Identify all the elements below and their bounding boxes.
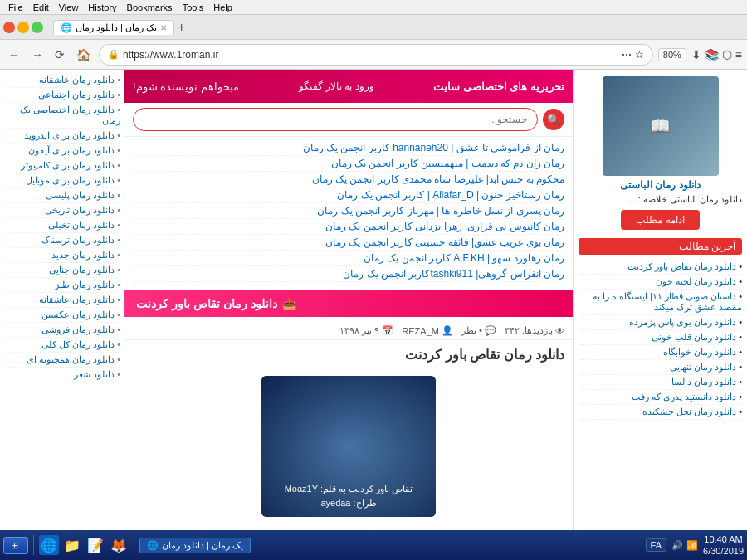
sidebar-book-desc: دانلود رمان الباستی خلاصه : ...: [579, 194, 742, 205]
content-link[interactable]: رمان رستاخیز جنون | Allafar_D | کاربر ان…: [133, 187, 564, 203]
site-header-right-text[interactable]: میخواهم نویسنده شوم!: [133, 80, 239, 93]
window-controls: [3, 22, 43, 33]
nav-extra: ⬇ 📚 ⬡ ≡: [691, 48, 742, 61]
content-link[interactable]: محکوم به حبس ابد| علیرضا شاه محمدی کاربر…: [133, 172, 564, 187]
sidebar-post-item[interactable]: دانلود رمان تنهایی: [579, 360, 742, 375]
close-tab-button[interactable]: ✕: [160, 23, 167, 32]
content-link[interactable]: رمان پسری از نسل خاطره ها | مهرباز کاربر…: [133, 203, 564, 219]
sidebar-post-item[interactable]: دانلود رمان تقاص باور کردنت: [579, 260, 742, 275]
content-link[interactable]: رمان انفراس گروهی| tashki911کاربر انجمن …: [133, 266, 564, 282]
taskbar-ie-icon[interactable]: 🌐: [39, 535, 59, 555]
taskbar-explorer-icon[interactable]: 📁: [62, 535, 82, 555]
menu-tools[interactable]: Tools: [178, 2, 209, 12]
close-window-button[interactable]: [3, 22, 15, 33]
menu-file[interactable]: File: [3, 2, 28, 12]
sidebar-post-item[interactable]: دانلود رمان لخته خون: [579, 275, 742, 290]
site-header-left-text[interactable]: تحریریه های اختصاصی سایت: [433, 80, 564, 93]
taskbar-separator: [33, 535, 34, 555]
home-button[interactable]: 🏠: [73, 46, 94, 63]
right-sidebar-item[interactable]: دانلود رمان عکسین: [3, 308, 120, 323]
menu-help[interactable]: Help: [208, 2, 237, 12]
right-sidebar-item[interactable]: دانلود رمان اجتماعی: [3, 88, 120, 103]
library-icon[interactable]: 📚: [705, 48, 719, 61]
sidebar-book-title[interactable]: دانلود رمان الباستی: [579, 179, 742, 191]
taskbar-word-icon[interactable]: 📝: [85, 535, 105, 555]
author-text: REZA_M: [402, 326, 439, 336]
sidebar-post-item[interactable]: دانلود رمان خوابگاه: [579, 345, 742, 360]
lang-button[interactable]: FA: [646, 538, 666, 552]
clock: 10:40 AM 6/30/2019: [703, 533, 744, 558]
menu-bookmarks[interactable]: Bookmarks: [122, 2, 178, 12]
right-sidebar-item[interactable]: دانلود رمان برای اندروید: [3, 129, 120, 144]
post-meta: 👁 بازدیدها: ۳۴۲ 💬 • نظر 👤 REZA_M 📅 ۹ تیر…: [124, 322, 573, 340]
right-sidebar-item[interactable]: دانلود شعر: [3, 368, 120, 382]
sidebar-post-item[interactable]: دانلود دانستید پدری که رفت: [579, 390, 742, 405]
download-icon[interactable]: ⬇: [691, 48, 701, 61]
reload-button[interactable]: ⟳: [51, 46, 68, 63]
sidebar-post-item[interactable]: دانلود رمان قلب خونی: [579, 330, 742, 345]
speaker-icon: 🔊: [671, 540, 683, 551]
right-sidebar-item[interactable]: دانلود رمان تاریخی: [3, 203, 120, 218]
right-sidebar-list: دانلود رمان عاشقانهدانلود رمان اجتماعیدا…: [3, 73, 120, 382]
right-sidebar-item[interactable]: دانلود رمان برای موبایل: [3, 173, 120, 188]
sidebar-post-item[interactable]: داستان صوتی قطار ۱۱| ایستگاه ه را به مقص…: [579, 290, 742, 315]
sys-tray: 🔊 📶: [671, 540, 698, 551]
right-sidebar-item[interactable]: دانلود رمان پلیسی: [3, 188, 120, 203]
date-text: ۹ تیر ۱۳۹۸: [339, 325, 379, 336]
menu-edit[interactable]: Edit: [28, 2, 54, 12]
main-content: تحریریه های اختصاصی سایت ورود به تالار گ…: [124, 70, 573, 543]
meta-author: 👤 REZA_M: [402, 325, 453, 336]
right-sidebar-item[interactable]: دانلود رمان عاشقانه: [3, 293, 120, 308]
taskbar-firefox-icon[interactable]: 🦊: [109, 535, 129, 555]
minimize-window-button[interactable]: [17, 22, 29, 33]
maximize-window-button[interactable]: [32, 22, 43, 33]
content-link[interactable]: رمان بوی غریب عشق| فائقه حسینی کاربر انج…: [133, 235, 564, 251]
book-cover-text1: تقاص باور کردنت به قلم: Moaz1Y: [285, 484, 413, 494]
new-tab-button[interactable]: +: [178, 20, 185, 35]
right-sidebar-item[interactable]: دانلود رمان ترسناک: [3, 233, 120, 248]
right-sidebar-item[interactable]: دانلود رمان کل کلی: [3, 338, 120, 353]
forward-button[interactable]: →: [28, 46, 46, 63]
settings-icon[interactable]: ≡: [735, 48, 742, 61]
back-button[interactable]: ←: [5, 46, 23, 63]
right-sidebar-item[interactable]: دانلود رمان طنز: [3, 278, 120, 293]
post-title: دانلود رمان تقاص باور کردنت: [124, 340, 573, 369]
content-link[interactable]: رمان از فراموشی تا عشق | hannaneh20 کارب…: [133, 140, 564, 156]
sidebar-book: 📖 دانلود رمان الباستی دانلود رمان الباست…: [579, 76, 742, 230]
site-header-center-text[interactable]: ورود به تالار گفتگو: [299, 80, 374, 92]
menu-view[interactable]: View: [54, 2, 84, 12]
content-link[interactable]: رمان کانیوس بی قراری| زهرا یزدانی کاربر …: [133, 219, 564, 235]
menu-history[interactable]: History: [83, 2, 121, 12]
search-button[interactable]: 🔍: [543, 109, 564, 130]
sync-icon[interactable]: ⬡: [722, 48, 732, 61]
meta-date: 📅 ۹ تیر ۱۳۹۸: [339, 325, 393, 336]
right-sidebar-item[interactable]: دانلود رمان جدید: [3, 248, 120, 263]
right-sidebar-item[interactable]: دانلود رمان عاشقانه: [3, 73, 120, 88]
url-bar[interactable]: 🔒 https://www.1roman.ir ⋯ ☆: [99, 44, 653, 66]
network-icon: 📶: [686, 540, 698, 551]
sidebar-post-item[interactable]: دانلود رمان بوی پاس پژمرده: [579, 315, 742, 330]
content-link[interactable]: رمان رهاورد سهو | A.F.KH کاربر انجمن یک …: [133, 251, 564, 266]
clock-time: 10:40 AM: [703, 533, 744, 545]
continue-button[interactable]: ادامه مطلب: [621, 210, 699, 230]
active-tab[interactable]: 🌐 یک رمان | دانلود رمان ✕: [53, 20, 174, 35]
start-button[interactable]: ⊞: [3, 537, 28, 554]
meta-views: 👁 بازدیدها: ۳۴۲: [505, 325, 564, 336]
post-book-cover: تقاص باور کردنت به قلم: Moaz1Y طراح: aye…: [261, 376, 436, 517]
search-input[interactable]: [133, 108, 538, 131]
taskbar-active-tab[interactable]: 🌐 یک رمان | دانلود رمان: [139, 538, 251, 553]
right-sidebar-item[interactable]: دانلود رمان تخیلی: [3, 218, 120, 233]
clock-date: 6/30/2019: [703, 545, 744, 557]
download-header-text[interactable]: دانلود رمان تقاص باور کردنت: [136, 297, 277, 310]
right-sidebar-item[interactable]: دانلود رمان اختصاصی یک رمان: [3, 103, 120, 129]
last-posts-list: دانلود رمان تقاص باور کردنتدانلود رمان ل…: [579, 260, 742, 420]
zoom-level[interactable]: 80%: [658, 48, 686, 61]
content-link[interactable]: رمان زان دم که دیدمت | میهمیسین کاربر ان…: [133, 156, 564, 172]
right-sidebar-item[interactable]: دانلود رمان برای آیفون: [3, 144, 120, 158]
sidebar-post-item[interactable]: دانلود رمان دالسا: [579, 375, 742, 390]
right-sidebar-item[interactable]: دانلود رمان فروشی: [3, 323, 120, 338]
right-sidebar-item[interactable]: دانلود رمان برای کامپیوتر: [3, 158, 120, 173]
sidebar-post-item[interactable]: دانلود رمان نخل خشکیده: [579, 405, 742, 420]
right-sidebar-item[interactable]: دانلود رمان جنایی: [3, 263, 120, 278]
right-sidebar-item[interactable]: دانلود رمان همجنونه ای: [3, 353, 120, 368]
